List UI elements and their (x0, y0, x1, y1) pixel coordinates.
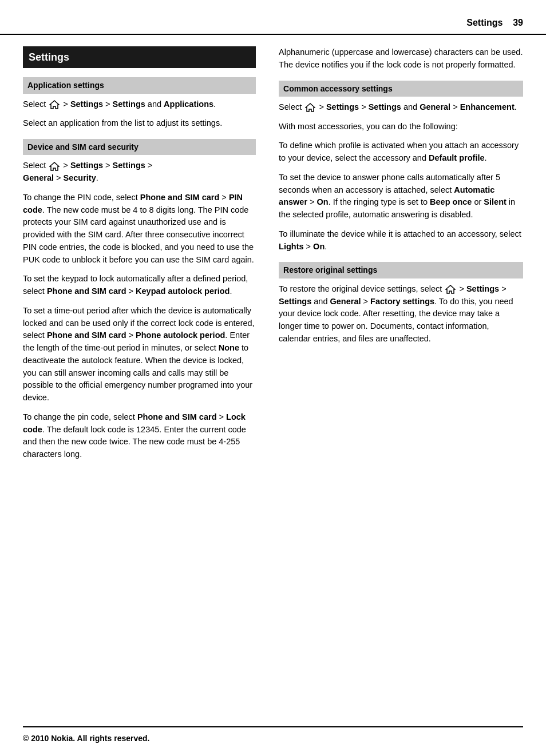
settings-bold-3: Settings (70, 161, 103, 170)
content-columns: Settings Application settings Select > S… (0, 46, 546, 468)
svg-marker-3 (446, 285, 455, 293)
section-application-settings-heading: Application settings (23, 77, 256, 93)
app-settings-para1: Select > Settings > Settings and Applica… (23, 98, 256, 111)
svg-marker-2 (306, 104, 315, 112)
alphanumeric-para: Alphanumeric (uppercase and lowercase) c… (279, 46, 523, 71)
security-bold: Security (64, 173, 96, 182)
home-icon-1 (49, 100, 60, 109)
common-acc-para3: To define which profile is activated whe… (279, 140, 523, 165)
restore-para1: To restore the original device settings,… (279, 283, 523, 345)
section-common-accessory-heading: Common accessory settings (279, 81, 523, 97)
section-device-sim-heading: Device and SIM card security (23, 139, 256, 155)
settings-bold-1: Settings (70, 100, 103, 109)
header-text: Settings 39 (466, 16, 523, 29)
common-acc-para5: To illuminate the device while it is att… (279, 228, 523, 253)
applications-bold: Applications (164, 100, 213, 109)
header-title: Settings (466, 18, 503, 27)
device-sim-para5: To change the pin code, select Phone and… (23, 411, 256, 461)
page-container: Settings 39 Settings Application setting… (0, 0, 546, 756)
page-footer: © 2010 Nokia. All rights reserved. (23, 726, 523, 745)
home-icon-4 (445, 285, 456, 294)
settings-bold-4: Settings (113, 161, 145, 170)
section-restore-heading: Restore original settings (279, 262, 523, 278)
right-column: Alphanumeric (uppercase and lowercase) c… (273, 46, 523, 468)
settings-main-title: Settings (23, 46, 256, 68)
common-acc-para2: With most accessories, you can do the fo… (279, 121, 523, 133)
svg-marker-1 (50, 162, 59, 170)
home-icon-2 (49, 162, 60, 171)
device-sim-para3: To set the keypad to lock automatically … (23, 273, 256, 298)
common-acc-para1: Select > Settings > Settings and General… (279, 101, 523, 114)
device-sim-para2: To change the PIN code, select Phone and… (23, 192, 256, 266)
app-settings-para2: Select an application from the list to a… (23, 117, 256, 130)
common-acc-para4: To set the device to answer phone calls … (279, 172, 523, 221)
footer-text: © 2010 Nokia. All rights reserved. (23, 734, 149, 743)
page-header: Settings 39 (0, 11, 546, 35)
svg-marker-0 (50, 101, 59, 109)
settings-bold-2: Settings (113, 100, 145, 109)
left-column: Settings Application settings Select > S… (23, 46, 273, 468)
device-sim-para1: Select > Settings > Settings > General >… (23, 160, 256, 185)
general-bold-1: General (23, 173, 54, 182)
device-sim-para4: To set a time-out period after which the… (23, 305, 256, 404)
page-number: 39 (513, 18, 523, 27)
home-icon-3 (305, 103, 315, 112)
